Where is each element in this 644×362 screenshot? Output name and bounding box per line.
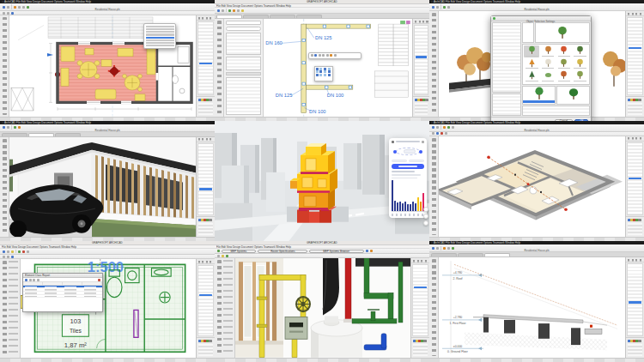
orbit-node[interactable]	[419, 150, 422, 154]
option-pills[interactable]	[392, 160, 424, 163]
navigator-toolbar[interactable]	[197, 259, 215, 264]
toolbar[interactable]: Residential House.pln	[429, 3, 644, 11]
search-input[interactable]	[226, 27, 261, 31]
settings-icon[interactable]	[3, 12, 5, 15]
properties-panel[interactable]	[411, 337, 429, 358]
settings-icon[interactable]	[432, 132, 434, 135]
object-tile[interactable]	[556, 86, 590, 105]
toolbar[interactable]	[0, 249, 215, 255]
arrow-tool-icon[interactable]	[3, 126, 5, 129]
tab-active[interactable]	[484, 253, 510, 256]
gallery-item[interactable]	[524, 70, 539, 82]
status-bar[interactable]	[0, 358, 215, 362]
gallery-item-selected[interactable]	[524, 45, 539, 57]
arrow-tool-icon[interactable]	[432, 6, 434, 9]
cancel-button[interactable]: Cancel	[555, 119, 573, 121]
navigator-toolbar[interactable]	[411, 258, 429, 263]
properties-panel[interactable]	[626, 216, 644, 237]
context-menu-item[interactable]	[146, 33, 174, 35]
plan-canvas[interactable]	[9, 15, 196, 117]
toolbar[interactable]: Residential House.pln	[0, 124, 215, 132]
bold-icon[interactable]	[314, 54, 317, 57]
object-tool-icon[interactable]	[443, 6, 446, 9]
floor-slab[interactable]	[483, 315, 583, 323]
context-menu-item[interactable]	[146, 31, 174, 33]
library-subfolders[interactable]	[492, 94, 521, 116]
marquee-tool-icon[interactable]	[436, 247, 439, 250]
zone-tool-icon[interactable]	[18, 250, 21, 253]
gallery-item[interactable]	[556, 45, 572, 57]
compass-button[interactable]	[423, 220, 428, 226]
context-menu-item[interactable]	[146, 39, 174, 41]
valve-wheel[interactable]	[296, 297, 310, 311]
toolbox[interactable]	[429, 257, 439, 358]
gallery-item[interactable]	[540, 58, 556, 70]
navigator-toolbar[interactable]	[197, 137, 215, 142]
context-menu-item[interactable]	[146, 28, 174, 30]
system-combo[interactable]	[217, 255, 220, 257]
gallery-item[interactable]	[573, 70, 588, 82]
new-icon[interactable]	[3, 250, 5, 253]
gas-layer-icon[interactable]	[222, 255, 224, 257]
toolbar[interactable]: Residential House.pln	[429, 124, 644, 132]
scale-field[interactable]	[3, 256, 5, 258]
terminal-icon[interactable]	[241, 9, 244, 12]
save-icon[interactable]	[11, 250, 14, 253]
text-format-toolbar[interactable]	[308, 52, 361, 59]
duct-canvas[interactable]: DN 160 DN 125 DN 125 DN 100 DN 100	[264, 19, 412, 117]
slab-tool-icon[interactable]	[447, 126, 450, 129]
gallery-item[interactable]	[556, 70, 572, 82]
tab[interactable]	[458, 253, 483, 256]
context-menu-item[interactable]	[146, 45, 174, 46]
arrow-tool-icon[interactable]	[432, 126, 434, 129]
more-icon[interactable]	[334, 54, 337, 57]
ok-button[interactable]: OK	[574, 119, 588, 121]
toolbox[interactable]	[215, 19, 224, 117]
properties-panel[interactable]	[197, 337, 215, 358]
navigator-tree[interactable]	[627, 263, 643, 336]
beam-tool-icon[interactable]	[443, 247, 446, 250]
new-icon[interactable]	[217, 9, 220, 12]
zoom-in-button[interactable]	[423, 207, 428, 212]
section-canvas[interactable]: +4,780 2. Roof +2,780 1. First Floor ±0,…	[439, 257, 625, 358]
context-menu-item[interactable]	[146, 26, 174, 27]
dimensions-table[interactable]	[226, 77, 261, 115]
run-analysis-button[interactable]	[392, 164, 424, 169]
properties-panel[interactable]	[197, 96, 215, 117]
navigator-tree[interactable]	[197, 143, 214, 216]
preview-settings[interactable]	[522, 22, 534, 43]
context-menu[interactable]	[143, 23, 176, 49]
marquee-tool-icon[interactable]	[7, 6, 9, 9]
zoom-out-button[interactable]	[423, 214, 428, 219]
gas-meter[interactable]	[285, 317, 307, 340]
model-canvas[interactable]: Object Selection Settings	[439, 11, 625, 117]
tab[interactable]	[55, 133, 81, 136]
gallery-item[interactable]	[540, 70, 556, 82]
navigator-toolbar[interactable]	[626, 257, 644, 262]
open-icon[interactable]	[7, 250, 9, 253]
level-ground-floor[interactable]: ±0,000 0. Ground Floor	[442, 345, 483, 353]
camera-icon[interactable]	[14, 126, 16, 129]
layer-icon[interactable]	[436, 132, 439, 135]
navigator-tree[interactable]	[197, 21, 214, 95]
pen-icon[interactable]	[440, 132, 443, 135]
render-canvas[interactable]	[9, 137, 196, 238]
mep-systems-button[interactable]: MEP Systems	[222, 250, 256, 253]
marquee-tool-icon[interactable]	[436, 126, 439, 129]
toolbar[interactable]	[215, 8, 429, 14]
toolbox[interactable]	[0, 15, 9, 117]
tab[interactable]	[296, 15, 322, 18]
height-field[interactable]	[445, 132, 447, 135]
italic-icon[interactable]	[319, 54, 321, 57]
navigator-tree[interactable]	[627, 142, 643, 216]
layer-combo[interactable]	[7, 256, 9, 258]
properties-panel[interactable]	[626, 337, 644, 358]
toolbar[interactable]: Residential House.pln	[429, 244, 644, 252]
orbit-icon[interactable]	[7, 126, 9, 129]
selected-object-tile[interactable]	[522, 86, 556, 105]
gallery-item[interactable]	[573, 58, 588, 70]
tab[interactable]	[2, 133, 27, 136]
orbit-node[interactable]	[393, 150, 397, 154]
mep-browser-button[interactable]: MEP Systems Browser	[309, 250, 363, 253]
gallery-item[interactable]	[540, 45, 556, 57]
